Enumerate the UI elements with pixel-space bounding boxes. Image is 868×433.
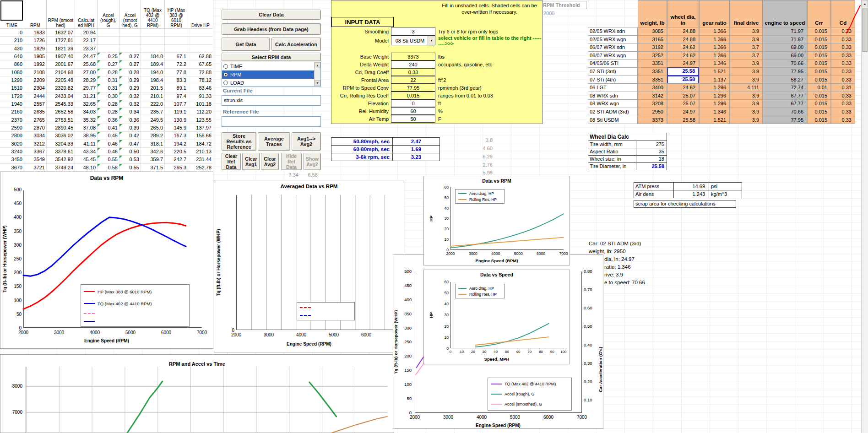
vehicle-crr-cell[interactable]: 0.015 (807, 99, 831, 108)
cell-hp[interactable] (165, 45, 188, 53)
cell-accel-rough[interactable]: 0.27 (98, 60, 119, 68)
vehicle-engine-speed-cell[interactable]: 71.97 (763, 35, 807, 44)
vehicle-engine-speed-cell[interactable]: 58.27 (763, 76, 807, 84)
vehicle-column-header[interactable]: weight, lb (638, 0, 667, 27)
input-value-cell[interactable]: 0.33 ▼ (391, 68, 435, 76)
cell-time[interactable]: 1080 (0, 69, 24, 76)
cell-hp[interactable]: 107.7 (165, 100, 188, 108)
cell-drive-hp[interactable] (188, 45, 213, 53)
vehicle-wheel-dia-cell[interactable]: 25.58 (667, 116, 699, 124)
vehicle-crr-cell[interactable]: 0.015 (807, 67, 831, 76)
cell-tq[interactable]: 371.5 (141, 164, 165, 172)
vehicle-cd-cell[interactable]: 0.33 (831, 108, 855, 116)
cell-drive-hp[interactable]: 78.12 (188, 76, 213, 84)
hide-ref-data-button[interactable]: Hide Ref Data (281, 153, 302, 170)
cell-rpm-smoothed[interactable]: 2545.33 (47, 100, 75, 108)
vehicle-column-header[interactable]: Crr (807, 0, 831, 27)
cell-accel-smoothed[interactable]: 0.28 (119, 69, 141, 76)
vehicle-cd-cell[interactable]: 0.33 (831, 51, 855, 60)
cell-rpm[interactable]: 3549 (24, 156, 47, 163)
clear-avg2-button[interactable]: Clear Avg2 (261, 153, 279, 170)
vehicle-engine-speed-cell[interactable]: 69.00 (763, 43, 807, 52)
cell-accel-rough[interactable]: 0.28 (98, 108, 119, 116)
cell-hp[interactable]: 77.8 (165, 69, 188, 76)
cell-tq[interactable] (141, 45, 165, 53)
cell-rpm[interactable]: 3212 (24, 140, 47, 148)
atm-value[interactable]: 1.243 (674, 190, 709, 198)
input-value-cell[interactable]: 0.015 ▼ (391, 92, 435, 99)
average-traces-button[interactable]: Average Traces (258, 132, 290, 151)
vehicle-crr-cell[interactable]: 0.015 (807, 43, 831, 52)
column-header[interactable]: RPM (24, 0, 47, 29)
car-info-line[interactable]: rive: 3.9 (604, 271, 645, 279)
vehicle-gear-ratio-cell[interactable]: 1.346 (699, 108, 730, 116)
cell-drive-hp[interactable]: 72.88 (188, 69, 213, 76)
vehicle-cd-cell[interactable]: 0.33 (831, 76, 855, 84)
cell-time[interactable]: 2370 (0, 116, 24, 124)
vehicle-engine-speed-cell[interactable]: 67.77 (763, 99, 807, 108)
vehicle-cd-cell[interactable]: 0.31 (831, 83, 855, 92)
cell-accel-rough[interactable] (98, 37, 119, 44)
vehicle-gear-ratio-cell[interactable]: 1.366 (699, 27, 730, 36)
cell-drive-hp[interactable]: 67.65 (188, 60, 213, 68)
cell-accel-rough[interactable]: 0.25 (98, 53, 119, 60)
cell-hp[interactable]: 194.2 (165, 140, 188, 148)
input-value-cell[interactable]: 3 ▼ (391, 27, 435, 36)
cell-time[interactable]: 2800 (0, 132, 24, 140)
cell-rpm-smoothed[interactable]: 2320.82 (47, 84, 75, 92)
cell-time[interactable]: 3670 (0, 164, 24, 172)
vehicle-wheel-dia-cell[interactable]: 25.58 (667, 67, 699, 76)
cell-rpm-smoothed[interactable]: 2890.45 (47, 124, 75, 132)
vehicle-crr-cell[interactable]: 0.015 (807, 92, 831, 100)
cell-mph[interactable]: 48.10 (75, 164, 98, 172)
cell-accel-smoothed[interactable]: 0.42 (119, 132, 141, 140)
vehicle-crr-cell[interactable]: 0.015 (807, 116, 831, 124)
cell-accel-rough[interactable]: 0.31 (98, 76, 119, 84)
cell-hp[interactable] (165, 37, 188, 44)
cell-tq[interactable]: 235.7 (141, 108, 165, 116)
cell-mph[interactable]: 45.45 (75, 156, 98, 163)
vehicle-weight-cell[interactable]: 3351 (638, 76, 667, 84)
vehicle-name-cell[interactable]: 08 WRX sdn (588, 92, 638, 100)
cell-rpm[interactable]: 2765 (24, 116, 47, 124)
cell-accel-smoothed[interactable]: 0.27 (119, 53, 141, 60)
vehicle-weight-cell[interactable]: 3085 (638, 27, 667, 36)
vehicle-weight-cell[interactable]: 2950 (638, 108, 667, 116)
dropdown-arrow-icon[interactable]: ▼ (428, 36, 435, 45)
cell-hp[interactable]: 242.7 (165, 156, 188, 163)
atm-label[interactable]: Air dens (634, 190, 674, 198)
vehicle-final-drive-cell[interactable]: 4.111 (730, 83, 763, 92)
cell-mph[interactable]: 37.08 (75, 124, 98, 132)
result-label[interactable]: 3-6k rpm, sec (331, 153, 393, 161)
vehicle-weight-cell[interactable]: 3351 (638, 67, 667, 76)
cell-accel-smoothed[interactable]: 0.47 (119, 140, 141, 148)
vehicle-cd-cell[interactable]: 0.33 (831, 43, 855, 52)
car-info-line[interactable]: ratio: 1.346 (604, 263, 645, 271)
vehicle-weight-cell[interactable]: 3165 (638, 35, 667, 44)
vehicle-gear-ratio-cell[interactable]: 1.366 (699, 51, 730, 60)
vehicle-name-cell[interactable]: 08 Sti USDM (588, 116, 638, 124)
car-info-line[interactable]: e to speed: 70.66 (604, 279, 645, 287)
cell-hp[interactable]: 130.9 (165, 116, 188, 124)
cell-rpm[interactable]: 2557 (24, 100, 47, 108)
cell-rpm[interactable]: 2444 (24, 92, 47, 100)
cell-hp[interactable]: 83.3 (165, 76, 188, 84)
atm-unit[interactable]: psi (709, 182, 742, 190)
vehicle-gear-ratio-cell[interactable]: 1.366 (699, 35, 730, 44)
show-avg2-button[interactable]: Show Avg2 (304, 153, 321, 170)
cell-accel-smoothed[interactable]: 0.29 (119, 84, 141, 92)
input-value-cell[interactable]: 3373 ▼ (391, 53, 435, 60)
cell-time[interactable]: 640 (0, 53, 24, 60)
vehicle-engine-speed-cell[interactable]: 77.95 (763, 67, 807, 76)
vehicle-name-cell[interactable]: 06 LGT (588, 83, 638, 92)
vehicle-wheel-dia-cell[interactable]: 25.58 (667, 76, 699, 84)
listbox-item[interactable]: RPM (222, 70, 320, 79)
vehicle-gear-ratio-cell[interactable]: 1.296 (699, 92, 730, 100)
vehicle-gear-ratio-cell[interactable]: 1.521 (699, 67, 730, 76)
cell-accel-smoothed[interactable] (119, 29, 141, 37)
cell-rpm[interactable]: 3367 (24, 148, 47, 156)
cell-rpm-smoothed[interactable]: 3378.61 (47, 148, 75, 156)
cell-accel-rough[interactable]: 0.55 (98, 156, 119, 163)
chart-averaged-data-vs-rpm[interactable]: Averaged Data vs RPM Tq (ft-lb) or Horse… (214, 180, 404, 352)
cell-rpm-smoothed[interactable]: 1727.81 (47, 37, 75, 44)
